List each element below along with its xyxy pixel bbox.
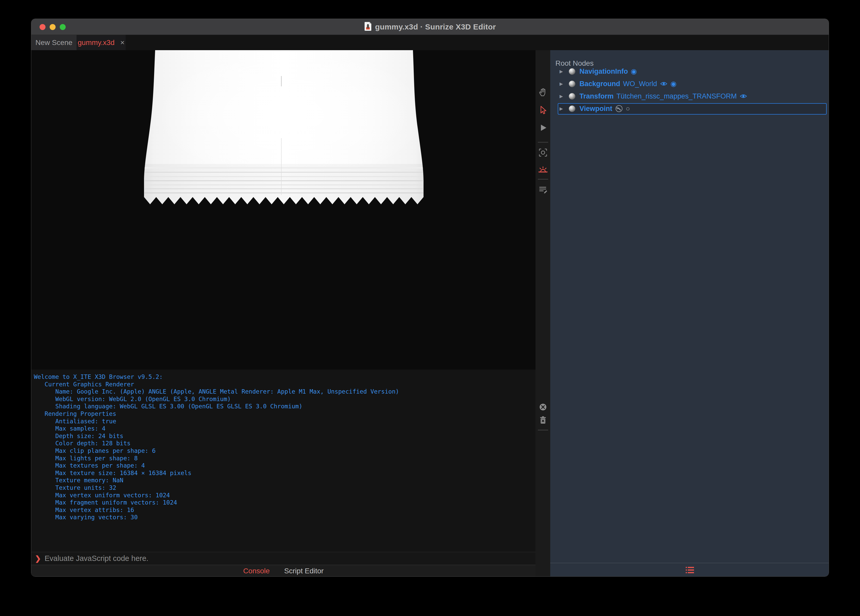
pan-hand-icon[interactable] <box>537 87 549 99</box>
node-def-label[interactable]: WO_World <box>623 80 657 88</box>
bound-icon[interactable]: ◉ <box>631 68 637 75</box>
desktop-background: gummy.x3d · Sunrize X3D Editor New Scene… <box>0 0 860 616</box>
tree-row-navigationinfo[interactable]: ▶ NavigationInfo ◉ <box>550 66 829 77</box>
tree-row-transform[interactable]: ▶ Transform Tütchen_rissc_mappes_TRANSFO… <box>550 91 829 102</box>
console-line: Name: Google Inc. (Apple) ANGLE (Apple, … <box>34 388 535 395</box>
edit-tool-wrench-icon[interactable] <box>615 105 623 113</box>
console-line: Max vertex attribs: 16 <box>34 506 535 514</box>
tab-gummy-label: gummy.x3d <box>78 39 115 47</box>
node-sphere-icon <box>569 81 575 87</box>
console-output[interactable]: Welcome to X_ITE X3D Browser v9.5.2: Cur… <box>31 369 535 552</box>
snapshot-icon[interactable] <box>537 147 549 158</box>
console-line: Max fragment uniform vectors: 1024 <box>34 499 535 506</box>
minimize-window-button[interactable] <box>50 24 56 30</box>
tree-row-viewpoint[interactable]: ▶ Viewpoint ○ <box>550 103 829 114</box>
console-line: Max samples: 4 <box>34 425 535 432</box>
node-sphere-icon <box>569 68 575 75</box>
node-type-label[interactable]: Background <box>579 80 620 88</box>
tree-row-background[interactable]: ▶ Background WO_World ◉ <box>550 79 829 89</box>
tab-new-scene[interactable]: New Scene <box>31 35 77 50</box>
script-edit-icon[interactable] <box>537 184 549 195</box>
close-console-icon[interactable] <box>537 401 549 413</box>
toolbar-divider <box>538 142 548 143</box>
window-title: gummy.x3d · Sunrize X3D Editor <box>375 22 496 31</box>
console-line: Max lights per shape: 8 <box>34 455 535 462</box>
traffic-lights <box>31 19 66 35</box>
node-type-label[interactable]: Viewpoint <box>579 105 612 113</box>
console-line: Texture memory: NaN <box>34 477 535 484</box>
console-line: Color depth: 128 bits <box>34 440 535 447</box>
node-list-icon[interactable] <box>685 566 695 575</box>
viewport-toolbar <box>535 50 550 577</box>
panel-footer <box>550 563 829 577</box>
console-line: Max vertex uniform vectors: 1024 <box>34 492 535 499</box>
visibility-eye-icon[interactable] <box>660 80 668 88</box>
play-icon[interactable] <box>537 122 549 134</box>
3d-viewport[interactable] <box>31 50 535 369</box>
tab-close-icon[interactable]: × <box>120 39 124 46</box>
package-model <box>31 50 535 369</box>
node-type-label[interactable]: Transform <box>579 92 614 101</box>
expand-arrow-icon[interactable]: ▶ <box>560 106 563 112</box>
node-def-label[interactable]: Tütchen_rissc_mappes_TRANSFORM <box>617 92 737 101</box>
console-line: Antialiased: true <box>34 418 535 425</box>
node-sphere-icon <box>569 105 575 112</box>
console-line: Rendering Properties <box>34 410 535 418</box>
document-icon <box>364 22 372 32</box>
sunrise-light-icon[interactable] <box>537 164 549 175</box>
node-type-label[interactable]: NavigationInfo <box>579 68 628 75</box>
app-window: gummy.x3d · Sunrize X3D Editor New Scene… <box>31 19 829 577</box>
close-window-button[interactable] <box>39 24 46 30</box>
console-line: Shading language: WebGL GLSL ES 3.00 (Op… <box>34 403 535 410</box>
title-bar[interactable]: gummy.x3d · Sunrize X3D Editor <box>31 19 829 35</box>
console-line: Max texture size: 16384 × 16384 pixels <box>34 469 535 477</box>
select-arrow-icon[interactable] <box>537 105 549 116</box>
prompt-chevron-icon: ❯ <box>35 554 41 563</box>
zoom-window-button[interactable] <box>60 24 66 30</box>
scene-tab-bar: New Scene gummy.x3d × <box>31 35 829 50</box>
js-prompt-input[interactable]: ❯ Evaluate JavaScript code here. <box>31 552 535 565</box>
expand-arrow-icon[interactable]: ▶ <box>560 94 563 99</box>
tab-gummy-x3d[interactable]: gummy.x3d × <box>77 35 126 50</box>
expand-arrow-icon[interactable]: ▶ <box>560 69 563 74</box>
console-line: Depth size: 24 bits <box>34 432 535 440</box>
console-line: Max textures per shape: 4 <box>34 462 535 469</box>
prompt-placeholder: Evaluate JavaScript code here. <box>44 554 148 563</box>
toolbar-divider <box>538 430 548 430</box>
console-line: Welcome to X_ITE X3D Browser v9.5.2: <box>34 373 535 381</box>
toolbar-divider <box>538 179 548 179</box>
tab-console[interactable]: Console <box>243 567 270 575</box>
expand-arrow-icon[interactable]: ▶ <box>560 81 563 86</box>
tab-new-scene-label: New Scene <box>35 39 72 47</box>
visibility-eye-icon[interactable] <box>739 92 747 100</box>
console-line: Max varying vectors: 30 <box>34 514 535 521</box>
console-line: Texture units: 32 <box>34 484 535 492</box>
bound-icon[interactable]: ◉ <box>670 80 677 87</box>
console-line: WebGL version: WebGL 2.0 (OpenGL ES 3.0 … <box>34 395 535 403</box>
console-footer: Console Script Editor <box>31 565 535 577</box>
tab-script-editor[interactable]: Script Editor <box>284 567 324 575</box>
console-line: Current Graphics Renderer <box>34 381 535 388</box>
clear-console-trash-icon[interactable] <box>537 415 549 426</box>
node-sphere-icon <box>569 93 575 99</box>
outline-editor-panel: Root Nodes ▶ NavigationInfo ◉ ▶ Backgrou… <box>550 50 829 577</box>
unbound-icon[interactable]: ○ <box>626 105 630 112</box>
console-line: Max clip planes per shape: 6 <box>34 447 535 455</box>
